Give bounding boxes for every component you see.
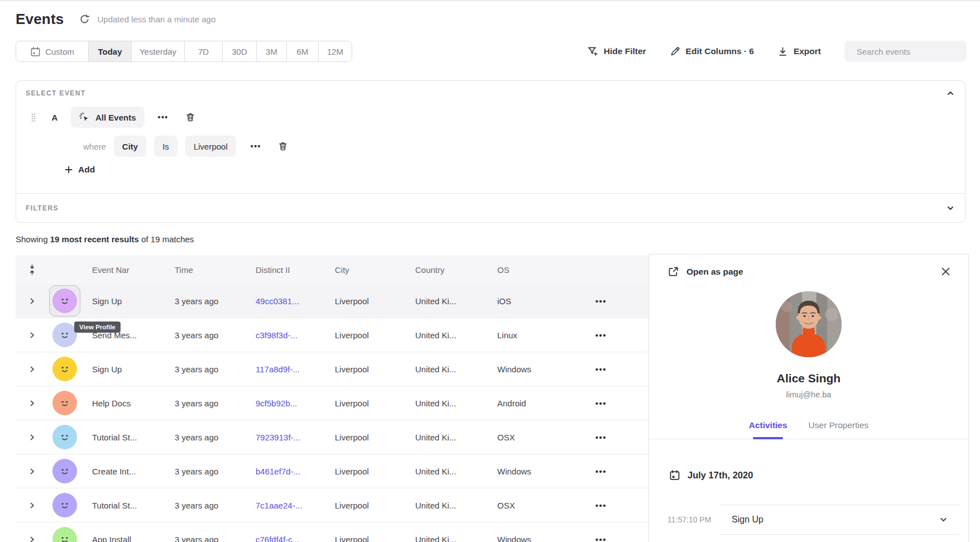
avatar-face-icon [57, 396, 72, 410]
col-time[interactable]: Time [164, 265, 245, 275]
avatar-face-icon [57, 532, 72, 542]
event-name-cell: Help Docs [81, 399, 164, 408]
event-selector-chip[interactable]: All Events [71, 107, 145, 128]
table-row[interactable]: Help Docs 3 years ago 9cf5b92b... Liverp… [16, 386, 648, 420]
activity-row[interactable]: 11:57:10 PM Sign Up [649, 505, 968, 535]
date-range-7d[interactable]: 7D [185, 41, 223, 61]
row-more-button[interactable]: ••• [554, 399, 648, 408]
col-city[interactable]: City [324, 265, 405, 275]
event-delete-button[interactable] [183, 110, 198, 124]
row-expand-button[interactable] [16, 502, 48, 509]
table-row[interactable]: Tutorial St... 3 years ago 7923913f-... … [16, 420, 648, 454]
expand-filters-button[interactable] [946, 204, 955, 213]
row-more-button[interactable]: ••• [554, 433, 648, 442]
row-expand-button[interactable] [16, 366, 48, 373]
add-event-button[interactable]: Add [64, 165, 95, 175]
query-builder-card: SELECT EVENT A All Events ••• [16, 80, 965, 223]
open-as-page-button[interactable]: Open as page [667, 266, 743, 277]
table-row[interactable]: Sign Up 3 years ago 117a8d9f-... Liverpo… [16, 352, 648, 386]
drag-handle[interactable] [31, 113, 36, 122]
date-range-today[interactable]: Today [89, 41, 132, 61]
avatar[interactable] [52, 289, 77, 313]
row-more-button[interactable]: ••• [554, 364, 648, 374]
event-name-cell: Tutorial St... [81, 433, 164, 442]
filter-operator-chip[interactable]: Is [154, 136, 177, 157]
date-range-6m[interactable]: 6M [287, 41, 319, 61]
col-event-name[interactable]: Event Nar [81, 265, 164, 275]
table-row[interactable]: Tutorial St... 3 years ago 7c1aae24-... … [16, 488, 648, 522]
avatar[interactable] [52, 323, 77, 347]
row-more-button[interactable]: ••• [554, 296, 648, 306]
expand-activity-button[interactable] [939, 515, 948, 525]
distinct-id-link[interactable]: 117a8d9f-... [245, 364, 324, 374]
filters-section-header[interactable]: FILTERS [26, 194, 955, 223]
distinct-id-link[interactable]: 7c1aae24-... [245, 501, 324, 510]
date-range-yesterday[interactable]: Yesterday [132, 41, 185, 61]
chevron-right-icon [28, 298, 36, 305]
filter-property-chip[interactable]: City [114, 136, 146, 157]
date-range-3m[interactable]: 3M [257, 41, 287, 61]
distinct-id-link[interactable]: 9cf5b92b... [245, 399, 324, 408]
hide-filter-label: Hide Filter [604, 46, 646, 56]
row-more-button[interactable]: ••• [554, 467, 648, 476]
search-box[interactable] [844, 41, 967, 62]
col-country[interactable]: Country [405, 265, 487, 275]
filter-value-chip[interactable]: Liverpool [185, 136, 236, 157]
table-row[interactable]: App Install 3 years ago c76fdf4f-c... Li… [16, 522, 648, 542]
distinct-id-link[interactable]: c3f98f3d-... [245, 330, 324, 340]
event-more-button[interactable]: ••• [152, 109, 174, 125]
country-cell: United Ki... [405, 296, 487, 306]
where-clause-row: where City Is Liverpool ••• [16, 136, 290, 157]
col-distinct-id[interactable]: Distinct II [245, 265, 324, 275]
avatar[interactable] [52, 425, 77, 449]
activity-event-name: Sign Up [732, 515, 763, 525]
table-row[interactable]: Create Int... 3 years ago b461ef7d-... L… [16, 454, 648, 488]
city-cell: Liverpool [324, 535, 405, 542]
tab-activities[interactable]: Activities [748, 420, 789, 430]
avatar[interactable] [52, 357, 77, 381]
os-cell: Windows [487, 535, 554, 542]
date-range-30d[interactable]: 30D [223, 41, 257, 61]
close-panel-button[interactable] [940, 266, 952, 277]
row-more-button[interactable]: ••• [554, 535, 648, 542]
row-more-button[interactable]: ••• [554, 330, 648, 340]
row-expand-button[interactable] [16, 298, 48, 305]
distinct-id-link[interactable]: 49cc0381... [245, 296, 324, 306]
row-expand-button[interactable] [16, 468, 48, 475]
hide-filter-button[interactable]: Hide Filter [587, 46, 646, 57]
event-name-cell: Tutorial St... [81, 501, 164, 510]
chevron-right-icon [28, 332, 36, 339]
row-expand-button[interactable] [16, 400, 48, 407]
edit-columns-label: Edit Columns · 6 [686, 46, 754, 56]
row-expand-button[interactable] [16, 332, 48, 339]
date-range-custom[interactable]: Custom [16, 41, 89, 61]
row-expand-button[interactable] [16, 536, 48, 542]
export-button[interactable]: Export [777, 46, 821, 57]
filter-delete-button[interactable] [276, 139, 290, 154]
collapse-rows-button[interactable] [16, 264, 48, 275]
edit-columns-button[interactable]: Edit Columns · 6 [670, 46, 754, 57]
tab-user-properties[interactable]: User Properties [808, 420, 870, 430]
search-input[interactable] [857, 47, 968, 56]
chevron-right-icon [28, 468, 36, 475]
avatar[interactable] [52, 493, 77, 517]
table-row[interactable]: Sign Up 3 years ago 49cc0381... Liverpoo… [16, 284, 648, 318]
collapse-select-event-button[interactable] [946, 89, 955, 98]
date-range-12m[interactable]: 12M [319, 41, 352, 61]
filters-label: FILTERS [26, 204, 59, 212]
avatar[interactable] [52, 391, 77, 415]
distinct-id-link[interactable]: 7923913f-... [245, 433, 324, 442]
time-cell: 3 years ago [164, 535, 245, 542]
country-cell: United Ki... [405, 330, 487, 340]
refresh-button[interactable] [78, 13, 90, 25]
avatar[interactable] [52, 527, 77, 542]
distinct-id-link[interactable]: c76fdf4f-c... [245, 535, 324, 542]
filter-more-button[interactable]: ••• [245, 138, 267, 154]
os-cell: OSX [487, 433, 554, 442]
row-expand-button[interactable] [16, 434, 48, 441]
col-os[interactable]: OS [487, 265, 554, 275]
avatar[interactable] [52, 459, 77, 483]
distinct-id-link[interactable]: b461ef7d-... [245, 467, 324, 476]
row-more-button[interactable]: ••• [554, 501, 648, 510]
city-cell: Liverpool [324, 330, 405, 340]
